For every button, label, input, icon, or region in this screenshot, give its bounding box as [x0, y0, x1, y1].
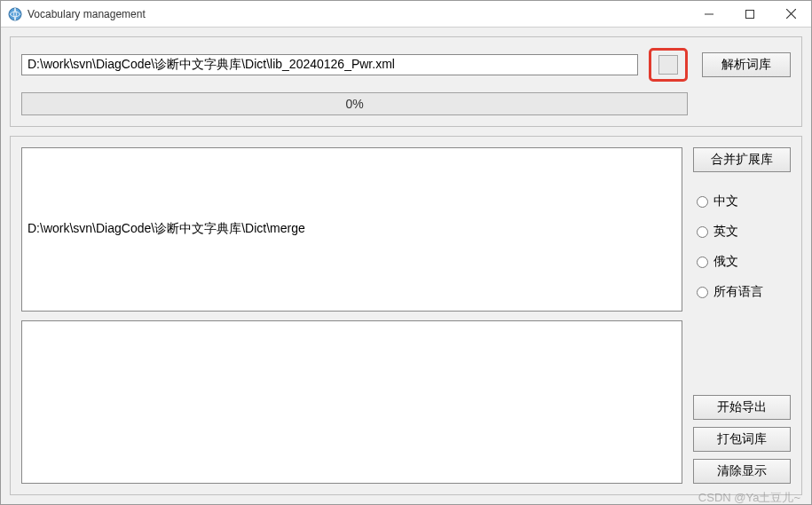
- radio-all[interactable]: 所有语言: [697, 284, 787, 300]
- close-button[interactable]: [770, 1, 811, 27]
- client-area: 解析词库 0% 合并扩展库 中文 英文: [1, 28, 811, 504]
- radio-chinese[interactable]: 中文: [697, 193, 787, 209]
- radio-chinese-input[interactable]: [697, 196, 708, 208]
- merge-path-input[interactable]: [21, 147, 682, 312]
- radio-chinese-label: 中文: [713, 193, 738, 209]
- parse-group: 解析词库 0%: [10, 36, 802, 127]
- language-radio-group: 中文 英文 俄文 所有语言: [693, 179, 791, 311]
- radio-all-label: 所有语言: [713, 284, 763, 300]
- browse-button[interactable]: [658, 55, 678, 75]
- merge-button[interactable]: 合并扩展库: [693, 147, 791, 172]
- radio-english-label: 英文: [713, 224, 738, 240]
- parse-row: 解析词库: [21, 48, 791, 82]
- svg-rect-2: [746, 10, 754, 18]
- radio-all-input[interactable]: [697, 287, 708, 298]
- merge-right-column: 合并扩展库 中文 英文 俄文: [693, 147, 791, 484]
- title-bar: Vocabulary management: [1, 1, 811, 28]
- parse-button[interactable]: 解析词库: [702, 52, 791, 77]
- radio-russian[interactable]: 俄文: [697, 254, 787, 270]
- minimize-button[interactable]: [689, 1, 729, 27]
- window-controls: [689, 1, 811, 27]
- dict-path-input[interactable]: [21, 54, 638, 75]
- progress-bar: 0%: [21, 92, 688, 115]
- app-window: Vocabulary management 解析词库 0%: [0, 0, 812, 505]
- svg-point-0: [9, 8, 21, 20]
- merge-group: 合并扩展库 中文 英文 俄文: [10, 136, 802, 495]
- browse-highlight: [649, 48, 688, 82]
- radio-russian-label: 俄文: [713, 254, 738, 270]
- window-title: Vocabulary management: [28, 8, 689, 20]
- clear-button[interactable]: 清除显示: [693, 459, 791, 484]
- radio-english-input[interactable]: [697, 226, 708, 238]
- merge-left-column: [21, 147, 682, 484]
- progress-text: 0%: [345, 97, 363, 111]
- radio-russian-input[interactable]: [697, 256, 708, 268]
- app-icon: [8, 7, 22, 21]
- maximize-button[interactable]: [729, 1, 770, 27]
- radio-english[interactable]: 英文: [697, 224, 787, 240]
- spacer: [693, 318, 791, 388]
- pack-button[interactable]: 打包词库: [693, 427, 791, 452]
- export-button[interactable]: 开始导出: [693, 395, 791, 420]
- output-area[interactable]: [21, 320, 682, 485]
